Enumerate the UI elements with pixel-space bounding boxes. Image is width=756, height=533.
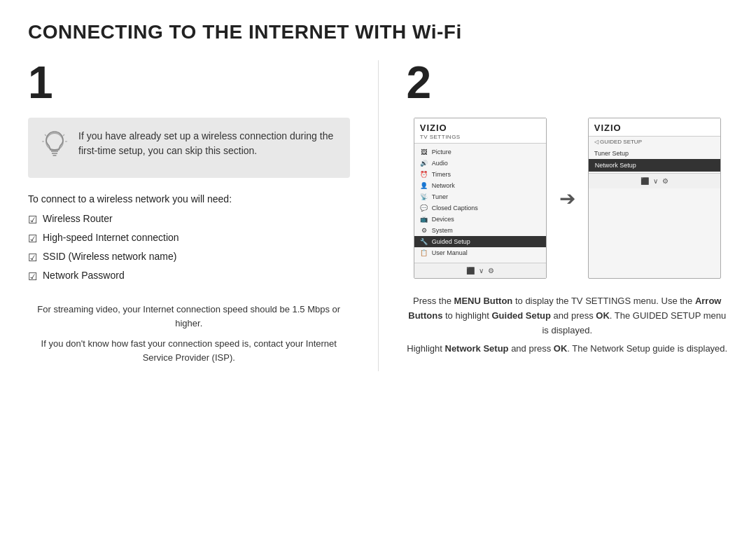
menu-item-label: Devices — [432, 216, 454, 223]
screen1-header: VIZIO TV SETTINGS — [414, 118, 546, 144]
menu-item-devices: 📺 Devices — [414, 214, 546, 225]
guided-back-nav: ◁ GUIDED SETUP — [589, 137, 720, 146]
screen2-footer: ⬛ ∨ ⚙ — [589, 173, 720, 188]
timers-icon: ⏰ — [420, 171, 428, 178]
tip-box: If you have already set up a wireless co… — [28, 118, 350, 178]
devices-icon: 📺 — [420, 216, 428, 223]
screen2-header: VIZIO — [589, 118, 720, 137]
step1-notes: For streaming video, your Internet conne… — [28, 303, 350, 364]
svg-point-0 — [46, 133, 63, 150]
checkbox-icon: ☑ — [28, 270, 37, 283]
tuner-icon: 📡 — [420, 193, 428, 200]
svg-line-5 — [45, 134, 46, 136]
footer-icon-1: ⬛ — [640, 177, 649, 185]
menu-item-timers: ⏰ Timers — [414, 169, 546, 180]
footer-icon-2: ∨ — [479, 267, 484, 275]
list-item: ☑ Network Password — [28, 270, 350, 283]
menu-item-audio: 🔊 Audio — [414, 158, 546, 169]
list-item: ☑ SSID (Wireless network name) — [28, 251, 350, 264]
tip-text: If you have already set up a wireless co… — [78, 129, 336, 158]
menu-item-network: 👤 Network — [414, 180, 546, 191]
audio-icon: 🔊 — [420, 160, 428, 167]
menu-item-user-manual: 📋 User Manual — [414, 247, 546, 258]
guided-menu-network: Network Setup — [589, 159, 720, 172]
checkbox-icon: ☑ — [28, 233, 37, 245]
footer-icon-3: ⚙ — [488, 267, 494, 275]
page-title: CONNECTING TO THE INTERNET WITH Wi-Fi — [28, 21, 728, 43]
menu-item-system: ⚙ System — [414, 225, 546, 236]
menu-item-label: Closed Captions — [432, 205, 478, 212]
need-label: To connect to a wireless network you wil… — [28, 193, 350, 205]
checklist-item-label: Network Password — [43, 270, 125, 281]
vizio-logo-1: VIZIO — [420, 123, 540, 133]
step2-desc-1: Press the MENU Button to display the TV … — [407, 294, 729, 338]
list-item: ☑ High-speed Internet connection — [28, 232, 350, 245]
tv-screen-1: VIZIO TV SETTINGS 🖼 Picture 🔊 Audio ⏰ Ti… — [414, 118, 547, 279]
menu-item-captions: 💬 Closed Captions — [414, 202, 546, 214]
right-arrow-icon: ➔ — [559, 187, 575, 210]
note-1: For streaming video, your Internet conne… — [28, 303, 350, 330]
back-label: ◁ GUIDED SETUP — [594, 139, 642, 145]
network-icon: 👤 — [420, 182, 428, 189]
menu-item-label: Guided Setup — [432, 238, 470, 245]
captions-icon: 💬 — [420, 205, 428, 212]
guided-menu-list: Tuner Setup Network Setup — [589, 146, 720, 173]
tv-screen-2: VIZIO ◁ GUIDED SETUP Tuner Setup Network… — [588, 118, 721, 279]
menu-item-guided-setup: 🔧 Guided Setup — [414, 236, 546, 247]
menu-item-label: Picture — [432, 148, 451, 155]
menu-item-label: System — [432, 227, 453, 234]
menu-item-label: Timers — [432, 171, 451, 178]
picture-icon: 🖼 — [420, 148, 428, 155]
checklist-item-label: High-speed Internet connection — [43, 232, 179, 243]
menu-item-label: Network — [432, 182, 455, 189]
user-manual-icon: 📋 — [420, 249, 428, 256]
footer-icon-3: ⚙ — [662, 177, 668, 185]
tv-menu-list-1: 🖼 Picture 🔊 Audio ⏰ Timers 👤 Network — [414, 144, 546, 263]
checklist-item-label: Wireless Router — [43, 213, 113, 224]
footer-icon-1: ⬛ — [466, 267, 475, 275]
menu-item-picture: 🖼 Picture — [414, 146, 546, 158]
menu-item-tuner: 📡 Tuner — [414, 191, 546, 202]
menu-item-label: Audio — [432, 160, 448, 167]
footer-icon-2: ∨ — [653, 177, 658, 185]
svg-line-6 — [63, 134, 64, 136]
menu-item-label: Tuner — [432, 193, 448, 200]
step2-description: Press the MENU Button to display the TV … — [407, 294, 729, 357]
checklist-item-label: SSID (Wireless network name) — [43, 251, 176, 262]
menu-item-label: User Manual — [432, 249, 468, 256]
screen1-footer: ⬛ ∨ ⚙ — [414, 263, 546, 278]
guided-menu-tuner: Tuner Setup — [589, 148, 720, 159]
step2-number: 2 — [407, 60, 729, 105]
step2-desc-2: Highlight Network Setup and press OK. Th… — [407, 342, 729, 357]
screen1-subtitle: TV SETTINGS — [420, 134, 540, 140]
list-item: ☑ Wireless Router — [28, 213, 350, 226]
checkbox-icon: ☑ — [28, 251, 37, 264]
screens-container: VIZIO TV SETTINGS 🖼 Picture 🔊 Audio ⏰ Ti… — [407, 118, 729, 279]
system-icon: ⚙ — [420, 227, 428, 234]
lightbulb-icon — [42, 130, 67, 167]
note-2: If you don't know how fast your connecti… — [28, 337, 350, 364]
checklist: ☑ Wireless Router ☑ High-speed Internet … — [28, 213, 350, 283]
step1-number: 1 — [28, 60, 350, 105]
guided-setup-icon: 🔧 — [420, 238, 428, 245]
vizio-logo-2: VIZIO — [594, 123, 715, 133]
checkbox-icon: ☑ — [28, 214, 37, 226]
